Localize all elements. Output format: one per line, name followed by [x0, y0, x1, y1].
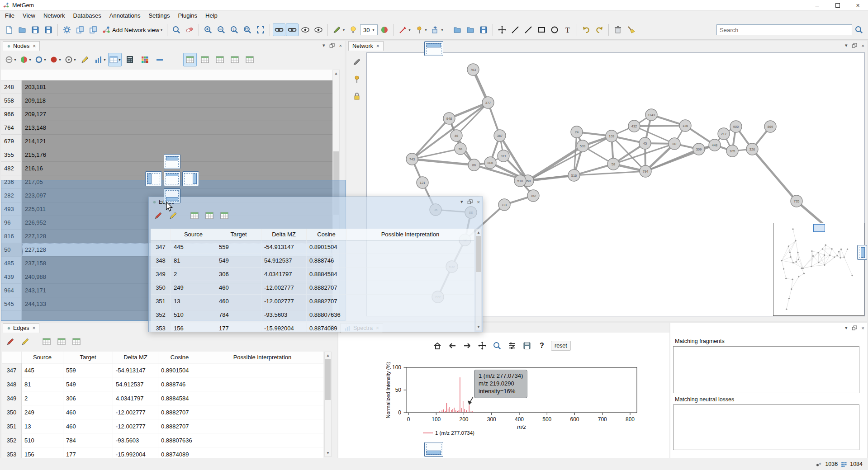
diagonal-tool-button[interactable]: [522, 24, 535, 36]
zoom-original-button[interactable]: [228, 24, 241, 36]
process-data-button[interactable]: [61, 24, 73, 36]
nodes-table-row[interactable]: 966209,127: [1, 108, 332, 121]
dock-indicator-window-right[interactable]: [857, 245, 867, 260]
color-column-button[interactable]: ▾: [19, 53, 32, 66]
network-edge[interactable]: [412, 159, 474, 165]
annotate-tool-button[interactable]: [350, 55, 364, 69]
save-as-button[interactable]: [42, 24, 55, 36]
annotate-edges-button[interactable]: [19, 335, 32, 348]
floating-dock-titlebar[interactable]: Edges ▾ ×: [149, 197, 483, 207]
delete-button[interactable]: [612, 24, 624, 36]
save-figure-button[interactable]: [521, 340, 533, 352]
column-header-src[interactable]: Source: [22, 352, 63, 363]
show-selected-rows-button[interactable]: [198, 53, 212, 66]
edges-table-row[interactable]: 353156177-15.9920040.8874089: [2, 447, 324, 458]
edges-table-row[interactable]: 34923064.03417970.8884584: [151, 268, 474, 281]
configure-plot-button[interactable]: [506, 340, 518, 352]
scroll-up-icon[interactable]: ▲: [333, 70, 339, 77]
move-tool-button[interactable]: [496, 24, 508, 36]
show-neighbors-rows-button[interactable]: [243, 53, 256, 66]
lock-view-button[interactable]: [350, 89, 364, 103]
menu-help[interactable]: Help: [201, 11, 222, 20]
scroll-down-icon[interactable]: ▼: [325, 450, 331, 456]
neighbors-button[interactable]: ▾: [63, 53, 77, 66]
dock-float-icon[interactable]: [329, 42, 336, 49]
view-databases-button[interactable]: [477, 24, 490, 36]
remove-columns-button[interactable]: ▾: [4, 53, 17, 66]
edges-table-row[interactable]: 352510784-93.56030.88807636: [2, 433, 324, 447]
edges-table-row[interactable]: 3488154954.9125370.888746: [2, 377, 324, 391]
line-tool-button[interactable]: [509, 24, 522, 36]
nodes-table-row[interactable]: 248203,181: [1, 80, 332, 94]
dock-indicator-window-bottom[interactable]: [424, 442, 443, 457]
minimap-viewport[interactable]: [813, 224, 825, 232]
search-button[interactable]: [853, 24, 865, 36]
highlight-nodes-button[interactable]: ▾: [48, 53, 62, 66]
hide-items-button[interactable]: [299, 24, 312, 36]
show-selected-edges-button[interactable]: [203, 209, 216, 222]
pan-button[interactable]: [476, 340, 488, 352]
floating-edges-dock[interactable]: Edges ▾ × SourceTargetDelta MZCosinePoss…: [148, 197, 483, 332]
menu-network[interactable]: Network: [39, 11, 69, 20]
reset-button[interactable]: reset: [551, 341, 571, 351]
dock-close-icon[interactable]: ×: [477, 199, 480, 205]
node-size-lamp-button[interactable]: [347, 24, 360, 36]
import-group-mapping-button[interactable]: [87, 24, 100, 36]
edges-table-row[interactable]: 350249460-12.0027770.8882707: [151, 281, 474, 295]
menu-plugins[interactable]: Plugins: [174, 11, 201, 20]
add-network-view-button[interactable]: Add Network view ▾: [100, 24, 164, 36]
export-button[interactable]: ▾: [429, 24, 445, 36]
forward-button[interactable]: [461, 340, 473, 352]
clear-button[interactable]: [625, 24, 637, 36]
ellipse-tool-button[interactable]: [548, 24, 561, 36]
dock-close-icon[interactable]: ×: [862, 325, 864, 331]
scroll-down-icon[interactable]: ▼: [476, 324, 481, 330]
dock-menu-icon[interactable]: ▾: [845, 325, 848, 331]
edges-table-row[interactable]: 3488154954.9125370.888746: [151, 254, 474, 268]
edges-table-row[interactable]: 350249460-12.0027770.8882707: [2, 405, 324, 419]
new-project-button[interactable]: [3, 24, 15, 36]
zoom-fit-button[interactable]: [241, 24, 254, 36]
text-tool-button[interactable]: [561, 24, 574, 36]
column-header-cos[interactable]: Cosine: [158, 352, 201, 363]
menu-file[interactable]: File: [1, 11, 19, 20]
dock-indicator-top[interactable]: [164, 154, 180, 169]
edges-table[interactable]: SourceTargetDelta MZCosinePossible inter…: [2, 352, 324, 458]
matching-fragments-box[interactable]: [673, 346, 859, 393]
dock-float-icon[interactable]: [467, 198, 474, 205]
dock-indicator-left[interactable]: [145, 171, 162, 186]
show-filtered-edges-button[interactable]: [218, 209, 231, 222]
edges-table-row[interactable]: 353156177-15.9920040.8874089: [151, 322, 474, 332]
nodes-table-row[interactable]: 558209,118: [1, 94, 332, 108]
show-items-button[interactable]: [312, 24, 325, 36]
show-hidden-rows-button[interactable]: [228, 53, 242, 66]
pie-colors-button[interactable]: [378, 24, 391, 36]
dock-float-icon[interactable]: [851, 42, 858, 49]
nodes-table-row[interactable]: 679214,121: [1, 135, 332, 148]
tab-network[interactable]: Network ×: [348, 41, 384, 51]
column-header-int[interactable]: Possible interpretation: [201, 352, 324, 363]
import-metadata-button[interactable]: [74, 24, 86, 36]
undo-button[interactable]: [580, 24, 593, 36]
plot-column-button[interactable]: ▾: [93, 53, 107, 66]
show-all-edges-button[interactable]: [40, 335, 53, 348]
network-edge[interactable]: [456, 103, 488, 136]
edit-values-button[interactable]: [78, 53, 92, 66]
dock-menu-icon[interactable]: ▾: [460, 199, 463, 205]
show-filtered-rows-button[interactable]: [213, 53, 227, 66]
column-header-int[interactable]: Possible interpretation: [346, 229, 474, 240]
scroll-thumb[interactable]: [476, 236, 481, 272]
find-spectrum-button[interactable]: [170, 24, 183, 36]
dock-indicator-window-top[interactable]: [424, 41, 443, 56]
formula-button[interactable]: [123, 53, 137, 66]
tab-close-icon[interactable]: ×: [32, 325, 35, 331]
nodes-table-row[interactable]: 764213,148: [1, 121, 332, 135]
network-minimap[interactable]: [773, 223, 864, 316]
query-databases-button[interactable]: [183, 24, 196, 36]
zoom-rect-button[interactable]: [491, 340, 503, 352]
close-button[interactable]: ×: [848, 0, 868, 10]
remove-row-button[interactable]: [153, 53, 166, 66]
pin-nodes-button[interactable]: ▾: [413, 24, 429, 36]
dock-indicator-right[interactable]: [182, 171, 199, 186]
show-all-rows-button[interactable]: [183, 53, 197, 66]
